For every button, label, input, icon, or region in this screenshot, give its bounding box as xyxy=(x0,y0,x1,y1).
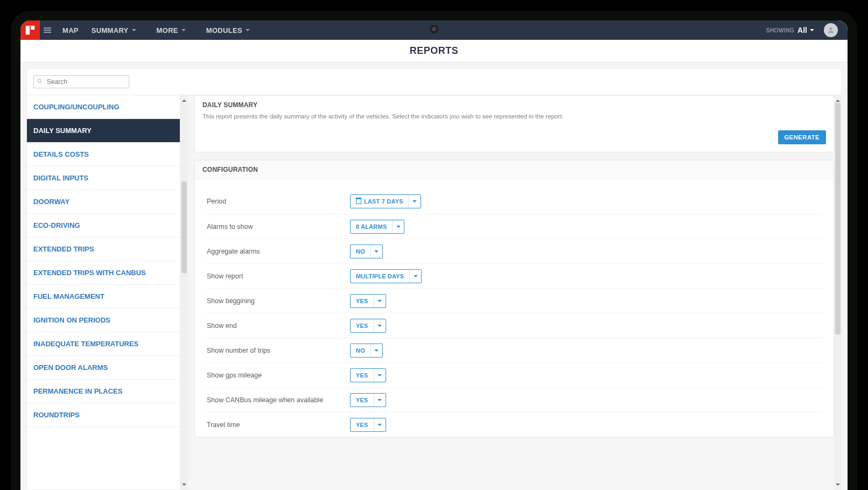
sidebar-scrollbar[interactable] xyxy=(180,95,188,490)
nav-summary[interactable]: SUMMARY xyxy=(92,26,136,34)
config-label: Show gps mileage xyxy=(205,372,350,379)
nav-summary-label: SUMMARY xyxy=(92,26,129,34)
scrollbar-thumb[interactable] xyxy=(181,181,187,273)
config-label: Show CANBus mileage when available xyxy=(205,396,350,404)
hamburger-icon xyxy=(44,30,51,31)
sidebar-item[interactable]: EXTENDED TRIPS WITH CANBUS xyxy=(27,261,180,285)
user-avatar[interactable] xyxy=(824,23,838,37)
config-row: PeriodLAST 7 DAYS xyxy=(205,189,824,214)
brand-icon xyxy=(24,24,36,36)
dropdown-value: YES xyxy=(351,372,374,379)
chevron-down-icon xyxy=(370,245,382,258)
showing-value: All xyxy=(797,26,807,34)
config-label: Aggregate alarms xyxy=(205,248,350,255)
chevron-down-icon xyxy=(374,369,386,382)
scroll-up-icon xyxy=(836,97,840,102)
nav-more[interactable]: MORE xyxy=(157,26,186,34)
page-heading: REPORTS xyxy=(20,40,848,62)
chevron-down-icon xyxy=(246,29,250,33)
sidebar-item[interactable]: COUPLING/UNCOUPLING xyxy=(27,95,180,119)
sidebar-item[interactable]: ECO-DRIVING xyxy=(27,214,180,237)
chevron-down-icon xyxy=(810,29,814,33)
config-row: Show number of tripsNO xyxy=(205,338,824,362)
config-dropdown[interactable]: YES xyxy=(350,368,386,382)
calendar-icon xyxy=(356,199,361,204)
generate-button[interactable]: GENERATE xyxy=(778,130,826,144)
dropdown-value: MULTIPLE DAYS xyxy=(351,273,409,279)
showing-filter[interactable]: All xyxy=(797,26,814,34)
sidebar-item[interactable]: FUEL MANAGEMENT xyxy=(27,285,180,309)
chevron-down-icon xyxy=(374,418,386,431)
config-label: Alarms to show xyxy=(205,223,350,230)
config-row: Show begginingYES xyxy=(205,288,824,313)
nav-more-label: MORE xyxy=(157,26,178,34)
sidebar-item[interactable]: EXTENDED TRIPS xyxy=(27,237,180,261)
dropdown-value: YES xyxy=(351,323,374,329)
sidebar-item[interactable]: DOORWAY xyxy=(27,190,180,214)
dropdown-value: YES xyxy=(351,397,374,403)
summary-title: DAILY SUMMARY xyxy=(202,101,826,109)
nav-map[interactable]: MAP xyxy=(62,26,79,34)
sidebar-item[interactable]: IGNITION ON PERIODS xyxy=(27,309,180,332)
nav-modules[interactable]: MODULES xyxy=(206,26,250,34)
scroll-down-icon xyxy=(182,484,186,488)
search-row xyxy=(26,68,842,95)
config-label: Show beggining xyxy=(205,297,350,305)
configuration-title: CONFIGURATION xyxy=(202,166,826,173)
config-row: Show reportMULTIPLE DAYS xyxy=(205,263,824,288)
chevron-down-icon xyxy=(374,295,386,307)
sidebar-item[interactable]: DAILY SUMMARY xyxy=(27,119,180,143)
search-box xyxy=(33,75,129,88)
dropdown-value: LAST 7 DAYS xyxy=(351,198,409,205)
sidebar-item[interactable]: OPEN DOOR ALARMS xyxy=(27,356,180,380)
menu-toggle[interactable] xyxy=(40,20,55,40)
summary-panel: DAILY SUMMARY This report presents the d… xyxy=(194,95,834,152)
nav-modules-label: MODULES xyxy=(206,26,242,34)
configuration-panel: CONFIGURATION PeriodLAST 7 DAYSAlarms to… xyxy=(194,160,834,437)
config-label: Show report xyxy=(205,272,350,280)
config-dropdown[interactable]: MULTIPLE DAYS xyxy=(350,269,422,283)
config-label: Show number of trips xyxy=(205,347,350,354)
config-dropdown[interactable]: YES xyxy=(350,418,386,432)
config-dropdown[interactable]: 8 ALARMS xyxy=(350,220,404,234)
dropdown-value: YES xyxy=(351,422,374,428)
dropdown-value: NO xyxy=(351,248,370,255)
scrollbar-thumb[interactable] xyxy=(835,103,841,334)
main-scrollbar[interactable] xyxy=(834,95,842,490)
config-dropdown[interactable]: YES xyxy=(350,294,386,308)
config-dropdown[interactable]: NO xyxy=(350,244,383,258)
config-dropdown[interactable]: NO xyxy=(350,344,383,358)
config-dropdown[interactable]: YES xyxy=(350,319,386,333)
report-sidebar: COUPLING/UNCOUPLINGDAILY SUMMARYDETAILS … xyxy=(26,95,180,490)
sidebar-item[interactable]: DETAILS COSTS xyxy=(27,143,180,166)
dropdown-value: NO xyxy=(351,347,370,354)
svg-rect-1 xyxy=(31,26,34,30)
dropdown-value: 8 ALARMS xyxy=(351,223,392,230)
chevron-down-icon xyxy=(132,29,136,33)
config-dropdown[interactable]: YES xyxy=(350,393,386,407)
config-label: Travel time xyxy=(205,421,350,429)
chevron-down-icon xyxy=(409,270,421,283)
search-icon xyxy=(37,78,43,85)
config-label: Show end xyxy=(205,322,350,330)
config-row: Show CANBus mileage when availableYES xyxy=(205,387,824,412)
sidebar-item[interactable]: INADEQUATE TEMPERATURES xyxy=(27,332,180,356)
brand-logo[interactable] xyxy=(20,20,40,40)
config-label: Period xyxy=(205,198,350,205)
config-dropdown[interactable]: LAST 7 DAYS xyxy=(350,194,421,208)
chevron-down-icon xyxy=(409,195,421,208)
sidebar-item[interactable]: DIGITAL INPUTS xyxy=(27,166,180,190)
dropdown-value: YES xyxy=(351,298,374,304)
sidebar-item[interactable]: ROUNDTRIPS xyxy=(27,403,180,427)
chevron-down-icon xyxy=(392,220,404,233)
svg-line-4 xyxy=(41,82,43,84)
chevron-down-icon xyxy=(374,394,386,407)
config-row: Travel timeYES xyxy=(205,412,824,437)
config-row: Show gps mileageYES xyxy=(205,362,824,387)
user-icon xyxy=(827,26,835,34)
scroll-down-icon xyxy=(836,484,840,488)
sidebar-item[interactable]: PERMANENCE IN PLACES xyxy=(27,380,180,403)
device-camera xyxy=(430,25,438,33)
config-row: Show endYES xyxy=(205,313,824,338)
search-input[interactable] xyxy=(33,75,129,88)
